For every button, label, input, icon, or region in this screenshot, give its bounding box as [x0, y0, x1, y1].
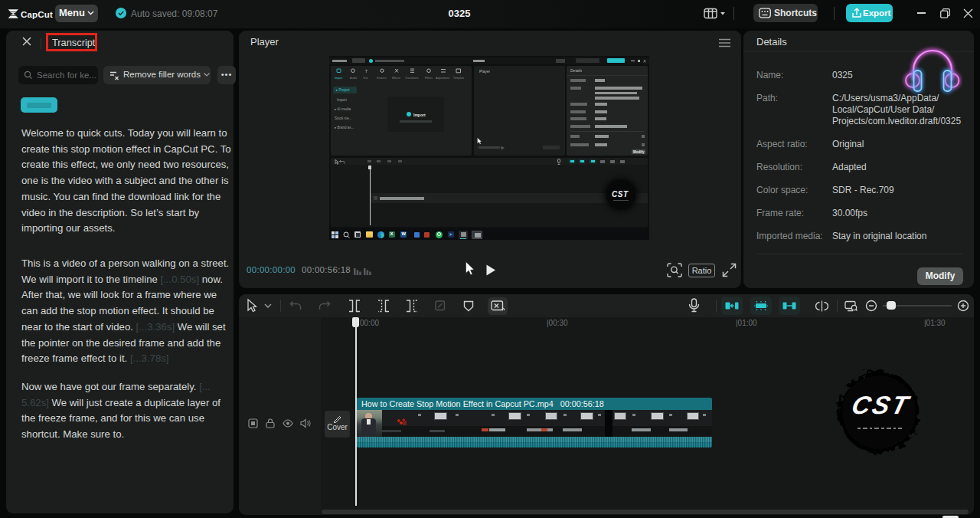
svg-text:Text: Text — [363, 77, 368, 80]
svg-text:Audio: Audio — [350, 77, 357, 80]
svg-text:T: T — [365, 69, 368, 74]
svg-text:Import: Import — [335, 77, 342, 80]
svg-text:Transitions: Transitions — [405, 77, 419, 80]
svg-text:Effects: Effects — [392, 77, 400, 80]
svg-text:Templates: Templates — [453, 77, 464, 80]
svg-text:CST: CST — [849, 391, 913, 418]
svg-text:Adjustment: Adjustment — [436, 77, 449, 80]
svg-text:Stickers: Stickers — [377, 77, 387, 80]
svg-text:CapCut: CapCut — [21, 10, 53, 19]
svg-text:Filters: Filters — [425, 77, 433, 80]
